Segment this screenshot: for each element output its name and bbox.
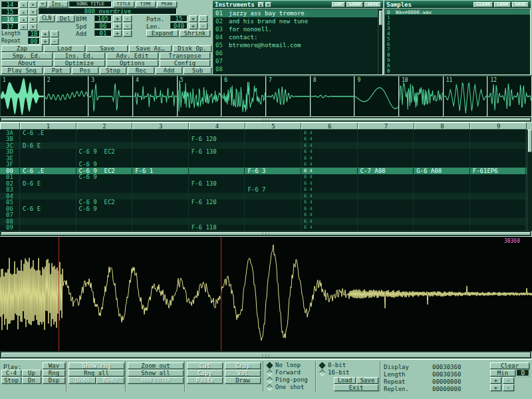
note-down-button[interactable]: Dn — [22, 377, 41, 384]
pattern-cell[interactable] — [132, 142, 189, 149]
range-all-button[interactable]: Rng all — [68, 370, 124, 376]
channel-header-3[interactable]: 3 — [132, 122, 189, 130]
sample-hscrollbar-thumb[interactable]: ||| — [1, 352, 531, 358]
pattern-cell[interactable] — [245, 180, 301, 187]
pattern-hscrollbar-bottom-thumb[interactable]: ||| — [1, 232, 531, 235]
pattern-cell[interactable] — [189, 155, 245, 162]
button-sub[interactable]: Sub — [184, 67, 211, 74]
pattern-cell[interactable]: C-6 9 — [76, 162, 133, 168]
sample-row[interactable]: 8 — [385, 52, 530, 57]
shrink-pattern-button[interactable]: Shrink — [180, 30, 210, 37]
pattern-cell[interactable] — [414, 218, 470, 225]
pattern-cell[interactable] — [414, 136, 470, 143]
pattern-cell[interactable] — [470, 162, 527, 168]
pattern-cell[interactable]: F-6 120 — [189, 200, 245, 206]
pattern-cell[interactable] — [358, 193, 414, 200]
pattern-cell[interactable] — [470, 225, 527, 231]
pattern-cell[interactable]: F-6 1 — [132, 168, 189, 174]
position-down-icon[interactable]: ▼ — [29, 1, 37, 8]
pattern-cell[interactable]: C-6 9 — [76, 174, 133, 181]
replen-minus-button[interactable]: - — [503, 384, 514, 391]
position-down-icon[interactable]: ▼ — [29, 16, 37, 23]
note-up-button[interactable]: Up — [22, 370, 41, 376]
show-range-button[interactable]: Show rng — [68, 362, 124, 369]
length-minus-button[interactable]: - — [51, 31, 59, 37]
pattern-cell[interactable] — [189, 130, 245, 136]
instrument-row[interactable]: 04contact: — [213, 33, 382, 41]
position-up-icon[interactable]: ▲ — [19, 16, 28, 23]
speed-minus-button[interactable]: - — [123, 23, 132, 29]
pattern-cell[interactable] — [20, 225, 76, 231]
pattern-cell[interactable] — [358, 149, 414, 156]
pattern-cell[interactable] — [20, 174, 76, 181]
pattern-cell[interactable] — [189, 218, 245, 225]
pattern-cell[interactable]: 6 4 — [301, 174, 358, 181]
song-title-display[interactable]: 808 overdrive — [39, 8, 177, 15]
pattern-plus-button[interactable]: + — [189, 15, 198, 22]
show-all-button[interactable]: Show all — [128, 370, 184, 376]
instrument-preview-cell[interactable]: 8 — [311, 76, 355, 117]
pattern-cell[interactable] — [470, 200, 527, 206]
bit-depth-8-bit[interactable]: 8-bit — [320, 362, 350, 368]
pattern-cell[interactable] — [414, 149, 470, 156]
bpm-plus-button[interactable]: + — [113, 15, 122, 22]
pattern-cell[interactable] — [470, 142, 527, 149]
pattern-cell[interactable] — [132, 187, 189, 194]
pattern-cell[interactable] — [245, 136, 301, 143]
pattern-row[interactable]: 076 4 — [0, 212, 532, 219]
button-instruments-zap[interactable]: ZAP — [332, 2, 346, 7]
channel-header-7[interactable]: 7 — [358, 122, 414, 130]
pattern-cell[interactable] — [358, 225, 414, 231]
pattern-cell[interactable] — [245, 205, 301, 212]
pattern-cell[interactable] — [132, 162, 189, 168]
insert-position-button[interactable]: Ins. — [48, 1, 68, 7]
position-entry[interactable]: 15 — [1, 9, 19, 15]
pattern-cell[interactable]: 6 4 — [301, 180, 358, 187]
pattern-cell[interactable] — [470, 136, 527, 143]
pattern-cell[interactable] — [470, 193, 527, 200]
pattern-cell[interactable] — [414, 162, 470, 168]
instrument-row[interactable]: 06 — [213, 49, 382, 57]
pattern-cell[interactable]: 6 4 — [301, 136, 358, 143]
pattern-cell[interactable] — [358, 218, 414, 225]
pattern-cell[interactable]: C-6 .E — [20, 168, 76, 174]
pattern-row[interactable]: 05C-6 9 EC2F-6 1206 4 — [0, 200, 532, 206]
repeat-minus-button[interactable]: - — [503, 377, 514, 384]
tab-time[interactable]: TIME — [136, 1, 156, 7]
pattern-cell[interactable]: 6 4 — [301, 212, 358, 219]
pattern-cell[interactable] — [414, 205, 470, 212]
pattern-cell[interactable] — [20, 149, 76, 156]
button-pos[interactable]: Pos — [72, 67, 98, 74]
undo-button[interactable]: Undo — [68, 377, 96, 384]
pattern-vscrollbar[interactable] — [527, 130, 532, 231]
sample-row[interactable]: A — [385, 63, 530, 68]
volume-button[interactable]: Vol — [225, 370, 261, 376]
pattern-cell[interactable] — [414, 174, 470, 181]
pattern-cell[interactable] — [76, 212, 133, 219]
pattern-cell[interactable] — [470, 180, 527, 187]
pattern-row[interactable]: 3FC-6 96 4 — [0, 162, 532, 168]
pattern-cell[interactable] — [245, 142, 301, 149]
pattern-cell[interactable] — [414, 187, 470, 194]
pattern-row[interactable]: 086 4 — [0, 218, 532, 225]
button-add[interactable]: Add — [156, 67, 182, 74]
pattern-cell[interactable] — [20, 155, 76, 162]
pattern-cell[interactable] — [20, 136, 76, 143]
bit-depth-16-bit[interactable]: 16-bit — [320, 370, 350, 375]
pattern-cell[interactable] — [189, 193, 245, 200]
button-smp-ed[interactable]: Smp. Ed. — [1, 53, 53, 59]
pattern-cell[interactable]: F-6 118 — [189, 225, 245, 231]
pattern-cell[interactable] — [76, 136, 133, 143]
pattern-cell[interactable] — [414, 193, 470, 200]
channel-header-5[interactable]: 5 — [245, 122, 302, 130]
repeat-minus-button[interactable]: - — [51, 38, 59, 45]
pattern-cell[interactable] — [358, 162, 414, 168]
instrument-preview-cell[interactable]: 3 — [88, 76, 133, 117]
pattern-cell[interactable]: C-6 9 EC2 — [76, 168, 133, 174]
minimize-button[interactable]: Min — [490, 370, 515, 376]
pattern-cell[interactable] — [189, 162, 245, 168]
instrument-row[interactable]: 02and his brand new tune — [213, 17, 382, 25]
button-options[interactable]: Options — [106, 60, 158, 66]
pattern-cell[interactable] — [470, 174, 527, 181]
loop-end-marker[interactable] — [221, 237, 221, 351]
